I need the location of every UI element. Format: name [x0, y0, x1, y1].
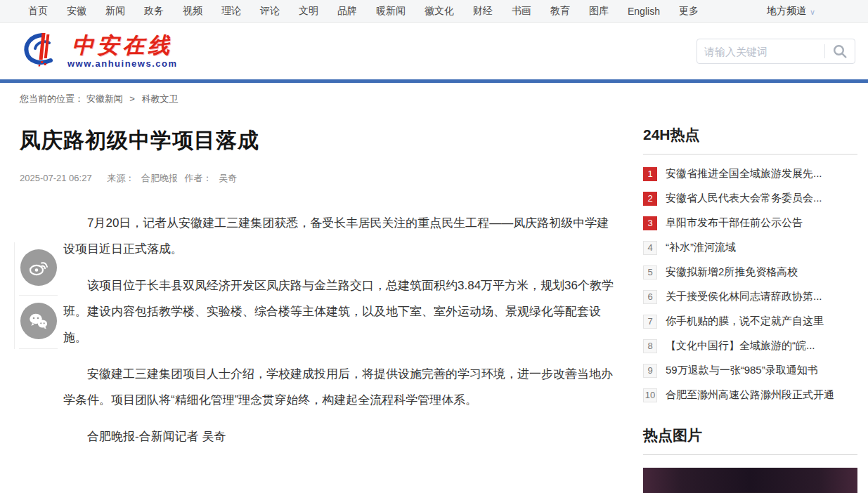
hot-item-title[interactable]: 59万退款与一张“985”录取通知书 [666, 364, 818, 377]
hot-list-item[interactable]: 959万退款与一张“985”录取通知书 [643, 358, 857, 383]
article-date: 2025-07-21 06:27 [20, 173, 92, 183]
article-author: 吴奇 [219, 173, 237, 183]
weibo-icon [20, 249, 57, 286]
nav-item[interactable]: 评论 [260, 5, 280, 18]
breadcrumb-link-subsection[interactable]: 科教文卫 [141, 93, 178, 104]
rank-badge: 4 [643, 241, 657, 255]
nav-item[interactable]: 图库 [589, 5, 609, 18]
nav-item[interactable]: 安徽 [67, 5, 86, 18]
hot-item-title[interactable]: “补水”淮河流域 [666, 241, 736, 254]
nav-item[interactable]: 政务 [144, 5, 164, 18]
hot-list-item[interactable]: 5安徽拟新增2所推免资格高校 [643, 260, 857, 284]
rank-badge: 8 [643, 339, 657, 353]
hot-list-item[interactable]: 6关于接受侯化林同志请辞政协第... [643, 284, 857, 309]
article-source-label: 来源： [107, 173, 134, 183]
rank-badge: 1 [643, 167, 657, 181]
hot-list-item[interactable]: 8【文化中国行】全域旅游的“皖... [643, 334, 857, 358]
hot-item-title[interactable]: 安徽省推进全国全域旅游发展先... [666, 167, 822, 180]
banquet-hall-photo[interactable] [643, 468, 857, 493]
nav-item[interactable]: 更多 [679, 5, 699, 18]
nav-item[interactable]: 书画 [512, 5, 531, 18]
nav-item[interactable]: 暖新闻 [376, 5, 406, 18]
article-column: 凤庆路初级中学项目落成 2025-07-21 06:27 来源： 合肥晚报 作者… [20, 105, 618, 493]
nav-item[interactable]: 视频 [183, 5, 202, 18]
hot-item-title[interactable]: 你手机贴的膜，说不定就产自这里 [666, 315, 824, 328]
nav-item[interactable]: 理论 [221, 5, 241, 18]
top-utility-nav: 首页安徽新闻政务视频理论评论文明品牌暖新闻徽文化财经书画教育图库English更… [0, 0, 868, 23]
nav-item[interactable]: 徽文化 [425, 5, 454, 18]
wechat-icon [20, 303, 57, 339]
article-paragraph: 该项目位于长丰县双凤经济开发区凤庆路与金兰路交口，总建筑面积约3.84万平方米，… [63, 272, 618, 350]
search-input[interactable] [697, 46, 824, 58]
nav-item[interactable]: 财经 [473, 5, 493, 18]
hot-item-title[interactable]: 合肥至滁州高速公路滁州段正式开通 [666, 388, 834, 402]
article-author-label: 作者： [185, 173, 212, 183]
nav-item[interactable]: 首页 [28, 5, 48, 18]
search-icon [832, 44, 848, 59]
nav-item[interactable]: 文明 [299, 5, 318, 18]
rank-badge: 6 [643, 290, 657, 304]
top-nav-items: 首页安徽新闻政务视频理论评论文明品牌暖新闻徽文化财经书画教育图库English更… [28, 5, 718, 18]
logo-text: 中安在线 www.anhuinews.com [67, 34, 177, 69]
rank-badge: 7 [643, 315, 657, 329]
rank-badge: 2 [643, 192, 657, 206]
chevron-down-icon: ∨ [810, 8, 815, 17]
hot-item-title[interactable]: 安徽省人民代表大会常务委员会... [666, 192, 822, 205]
hot-item-title[interactable]: 安徽拟新增2所推免资格高校 [666, 265, 798, 279]
share-rail [14, 242, 58, 349]
breadcrumb: 您当前的位置： 安徽新闻 > 科教文卫 [0, 83, 868, 105]
pics-section-title: 热点图片 [643, 426, 857, 455]
anhuinews-swirl-logo-icon [21, 30, 62, 72]
hot-item-title[interactable]: 【文化中国行】全域旅游的“皖... [666, 339, 815, 353]
hot-item-title[interactable]: 关于接受侯化林同志请辞政协第... [666, 290, 822, 303]
nav-item[interactable]: 品牌 [337, 5, 357, 18]
breadcrumb-separator: > [129, 93, 135, 104]
article-byline: 合肥晚报-合新闻记者 吴奇 [63, 423, 618, 449]
nav-item[interactable]: 教育 [550, 5, 570, 18]
hot-section-title: 24H热点 [643, 125, 857, 155]
site-url: www.anhuinews.com [67, 58, 177, 69]
region-channel-dropdown[interactable]: 地方频道 ∨ [767, 5, 815, 18]
share-weibo-button[interactable] [19, 242, 58, 296]
site-logo[interactable]: 中安在线 www.anhuinews.com [21, 30, 177, 72]
hot-list: 1安徽省推进全国全域旅游发展先...2安徽省人民代表大会常务委员会...3阜阳市… [643, 162, 857, 407]
article-title: 凤庆路初级中学项目落成 [20, 126, 618, 155]
article-paragraph: 7月20日，记者从安徽建工三建集团获悉，备受长丰居民关注的重点民生工程——凤庆路… [63, 210, 618, 262]
article-source: 合肥晚报 [141, 173, 178, 183]
search-box [697, 39, 855, 64]
hot-list-item[interactable]: 1安徽省推进全国全域旅游发展先... [643, 162, 857, 186]
article-paragraph: 安徽建工三建集团项目人士介绍，学校建成投用后，将提供设施完善的学习环境，进一步改… [63, 361, 618, 413]
hot-list-item[interactable]: 3阜阳市发布干部任前公示公告 [643, 211, 857, 235]
nav-item[interactable]: 新闻 [105, 5, 125, 18]
main-layout: 凤庆路初级中学项目落成 2025-07-21 06:27 来源： 合肥晚报 作者… [0, 105, 868, 493]
rank-badge: 9 [643, 364, 657, 378]
hot-list-item[interactable]: 2安徽省人民代表大会常务委员会... [643, 186, 857, 211]
hot-list-item[interactable]: 7你手机贴的膜，说不定就产自这里 [643, 309, 857, 334]
article-meta: 2025-07-21 06:27 来源： 合肥晚报 作者： 吴奇 [20, 172, 618, 185]
pics-section: 热点图片 [643, 426, 857, 493]
site-name: 中安在线 [72, 34, 173, 56]
site-header: 中安在线 www.anhuinews.com [0, 23, 868, 79]
rank-badge: 3 [643, 216, 657, 230]
hot-item-title[interactable]: 阜阳市发布干部任前公示公告 [666, 216, 803, 230]
hot-list-item[interactable]: 10合肥至滁州高速公路滁州段正式开通 [643, 383, 857, 407]
rank-badge: 5 [643, 265, 657, 280]
sidebar: 24H热点 1安徽省推进全国全域旅游发展先...2安徽省人民代表大会常务委员会.… [643, 105, 857, 493]
search-button[interactable] [825, 39, 855, 63]
region-channel-label: 地方频道 [767, 5, 806, 18]
nav-item[interactable]: English [628, 6, 660, 17]
breadcrumb-link-section[interactable]: 安徽新闻 [86, 93, 123, 104]
breadcrumb-prefix: 您当前的位置： [20, 93, 84, 104]
article-body: 7月20日，记者从安徽建工三建集团获悉，备受长丰居民关注的重点民生工程——凤庆路… [63, 210, 618, 449]
rank-badge: 10 [643, 388, 657, 402]
hot-list-item[interactable]: 4“补水”淮河流域 [643, 235, 857, 260]
share-wechat-button[interactable] [19, 296, 58, 349]
